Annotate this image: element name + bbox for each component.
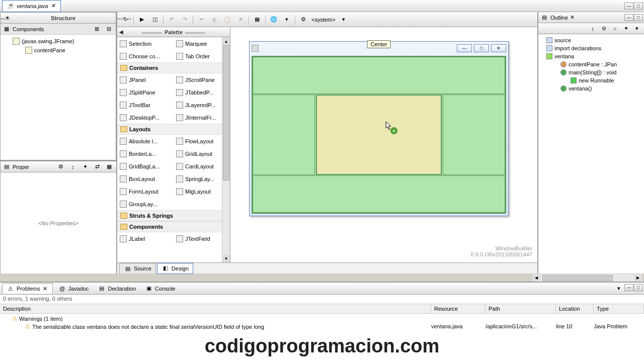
outline-source[interactable]: source	[540, 36, 642, 44]
palette-grouplayout[interactable]: GroupLay...	[117, 198, 174, 210]
region-south[interactable]	[253, 175, 505, 213]
palette-absolute[interactable]: Absolute l...	[117, 135, 174, 147]
palette-cat-struts[interactable]: Struts & Springs	[117, 210, 230, 221]
outline-minimize-button[interactable]: —	[624, 14, 633, 21]
outline-filter3-icon[interactable]: ✦	[621, 24, 631, 33]
file-tab-ventana[interactable]: ☕ ventana.java ✕	[2, 0, 61, 12]
folder-icon	[120, 213, 127, 219]
props-tool3-icon[interactable]: ✦	[80, 162, 90, 171]
scroll-thumb[interactable]	[223, 45, 229, 180]
undo-icon[interactable]: ↶	[167, 15, 177, 24]
maximize-button[interactable]: □	[634, 3, 643, 10]
props-tool1-icon[interactable]: ⚙	[56, 162, 66, 171]
warning-row[interactable]: ⚠The serializable class ventana does not…	[0, 323, 644, 330]
col-location[interactable]: Location	[556, 304, 594, 313]
palette-collapse-icon[interactable]: ◀	[119, 29, 123, 35]
file-tab-label: ventana.java	[17, 3, 48, 9]
palette-boxlayout[interactable]: BoxLayout	[117, 172, 174, 185]
dropdown-icon[interactable]: ▾	[282, 15, 292, 24]
props-tool2-icon[interactable]: ↕	[68, 162, 78, 171]
outline-close-icon[interactable]: ✕	[568, 14, 577, 21]
layout-icon[interactable]: ▦	[252, 15, 262, 24]
tree-contentpane[interactable]: contentPane	[3, 46, 114, 55]
palette-jlabel[interactable]: JLabel	[117, 232, 174, 245]
cut-icon[interactable]: ✂	[196, 15, 206, 24]
scroll-down-icon[interactable]: ▼	[222, 254, 230, 262]
palette-scrollbar[interactable]: ▲ ▼	[222, 37, 230, 262]
props-tool5-icon[interactable]: ▦	[104, 162, 114, 171]
outline-imports[interactable]: import declarations	[540, 44, 642, 52]
props-tool4-icon[interactable]: ⇄	[92, 162, 102, 171]
refresh-icon[interactable]: ↻	[120, 15, 130, 24]
method-icon	[560, 69, 567, 75]
tree-root-jframe[interactable]: (javax.swing.JFrame)	[3, 37, 114, 46]
outline-filter2-icon[interactable]: ○	[610, 24, 620, 33]
close-icon[interactable]: ✕	[50, 3, 56, 9]
jframe-preview[interactable]: Center — □ ✕	[249, 41, 509, 216]
scroll-right-icon[interactable]: ▶	[634, 275, 642, 282]
region-west[interactable]	[253, 95, 315, 175]
window-maximize-button[interactable]: □	[474, 44, 489, 52]
region-east[interactable]	[443, 95, 505, 175]
outline-constructor[interactable]: ventana()	[540, 84, 642, 93]
view-menu-icon[interactable]: ▾	[614, 284, 624, 293]
scroll-left-icon[interactable]: ◀	[532, 275, 540, 282]
collapse-all-icon[interactable]: ⊟	[104, 25, 114, 34]
tab-problems[interactable]: ⚠Problems✕	[2, 283, 53, 294]
outline-maximize-button[interactable]: □	[634, 14, 643, 21]
delete-icon[interactable]: ✕	[235, 15, 246, 24]
palette-choose[interactable]: Choose co...	[117, 50, 174, 62]
tab-source[interactable]: ▤Source	[119, 263, 156, 274]
palette-cat-containers[interactable]: Containers	[117, 62, 230, 73]
outline-runnable[interactable]: new Runnable	[540, 76, 642, 84]
preview-icon[interactable]: ◫	[150, 15, 160, 24]
col-resource[interactable]: Resource	[431, 304, 486, 313]
col-path[interactable]: Path	[486, 304, 556, 313]
outline-main[interactable]: main(String[]) : void	[540, 68, 642, 76]
close-icon[interactable]: ✕	[42, 286, 48, 292]
palette-cat-components[interactable]: Components	[117, 221, 230, 232]
warnings-group[interactable]: ⚠ Warnings (1 item)	[0, 314, 644, 323]
system-dropdown-icon[interactable]: ▾	[339, 15, 349, 24]
palette-cat-layouts[interactable]: Layouts	[117, 124, 230, 135]
components-icon: ▦	[3, 25, 11, 33]
outline-sort-icon[interactable]: ↕	[588, 24, 598, 33]
design-canvas[interactable]: Center — □ ✕	[230, 27, 537, 262]
tab-console[interactable]: ▣Console	[141, 284, 179, 294]
tab-javadoc[interactable]: @Javadoc	[54, 284, 93, 294]
redo-icon[interactable]: ↷	[180, 15, 190, 24]
content-pane[interactable]	[252, 56, 506, 214]
copy-icon[interactable]: ⎘	[209, 15, 219, 24]
palette-selection[interactable]: Selection	[117, 37, 174, 50]
palette-jtoolbar[interactable]: JToolBar	[117, 99, 174, 111]
minimize-button[interactable]: —	[624, 3, 633, 10]
tab-design[interactable]: ◧Design	[157, 263, 193, 274]
globe-icon[interactable]: 🌐	[269, 15, 279, 24]
test-icon[interactable]: ▶	[137, 15, 147, 24]
outline-class[interactable]: ventana	[540, 52, 642, 60]
scroll-up-icon[interactable]: ▲	[222, 37, 230, 45]
paste-icon[interactable]: 📋	[222, 15, 232, 24]
palette-jdesktoppane[interactable]: JDesktopP...	[117, 111, 174, 124]
horizontal-scrollbar[interactable]: ◀ ▶	[532, 274, 642, 282]
region-center[interactable]	[316, 95, 442, 175]
outline-filter4-icon[interactable]: ▾	[632, 24, 642, 33]
window-close-button[interactable]: ✕	[491, 44, 506, 52]
col-type[interactable]: Type	[594, 304, 644, 313]
palette-jsplitpane[interactable]: JSplitPane	[117, 86, 174, 99]
col-description[interactable]: Description	[0, 304, 431, 313]
window-minimize-button[interactable]: —	[457, 44, 472, 52]
region-north[interactable]	[253, 57, 505, 94]
gear-icon[interactable]: ⚙	[298, 15, 308, 24]
palette-gridbaglayout[interactable]: GridBagLa...	[117, 160, 174, 172]
tab-declaration[interactable]: ▤Declaration	[94, 284, 140, 294]
outline-filter1-icon[interactable]: ⊘	[599, 24, 609, 33]
scroll-thumb-h[interactable]	[542, 275, 613, 281]
palette-borderlayout[interactable]: BorderLa...	[117, 147, 174, 160]
expand-all-icon[interactable]: ⊞	[92, 25, 102, 34]
palette-formlayout[interactable]: FormLayout	[117, 185, 174, 198]
palette-jpanel[interactable]: JPanel	[117, 73, 174, 86]
outline-field[interactable]: contentPane : JPan	[540, 60, 642, 68]
panel-maximize-button[interactable]: □	[634, 284, 643, 291]
panel-minimize-button[interactable]: —	[624, 284, 633, 291]
